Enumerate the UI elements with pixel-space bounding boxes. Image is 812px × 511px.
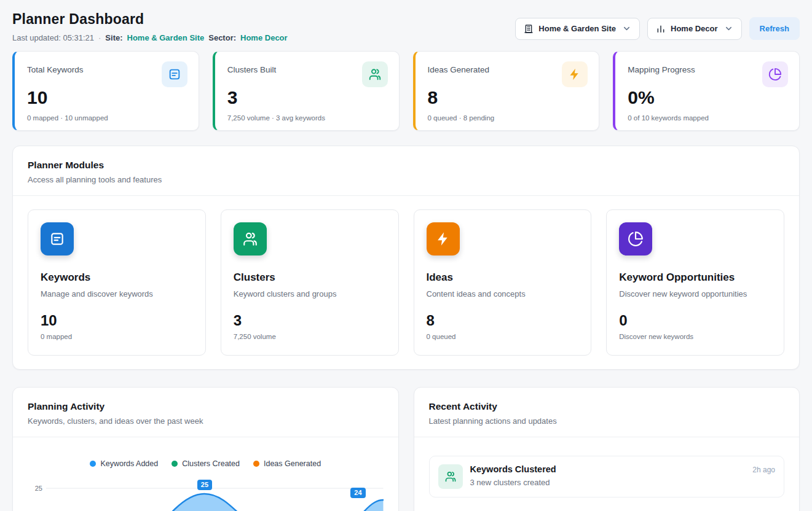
- module-card-clusters[interactable]: Clusters Keyword clusters and groups 3 7…: [221, 209, 399, 356]
- module-title: Keywords: [41, 271, 193, 284]
- chart-legend: Keywords Added Clusters Created Ideas Ge…: [28, 459, 384, 468]
- site-link[interactable]: Home & Garden Site: [127, 33, 205, 42]
- stat-subtext: 0 of 10 keywords mapped: [628, 114, 788, 122]
- module-card-keyword-opportunities[interactable]: Keyword Opportunities Discover new keywo…: [606, 209, 784, 356]
- stat-subtext: 0 queued · 8 pending: [428, 114, 588, 122]
- users-icon: [234, 222, 267, 256]
- y-axis-tick: 25: [28, 475, 46, 511]
- recent-activity-title: Recent Activity: [429, 401, 785, 412]
- chevron-down-icon: [622, 24, 631, 33]
- activity-item-timestamp: 2h ago: [752, 464, 775, 474]
- module-description: Content ideas and concepts: [427, 289, 579, 298]
- legend-item-clusters-created[interactable]: Clusters Created: [171, 459, 240, 468]
- legend-label: Clusters Created: [182, 459, 240, 468]
- module-title: Ideas: [427, 271, 579, 284]
- module-card-ideas[interactable]: Ideas Content ideas and concepts 8 0 que…: [414, 209, 592, 356]
- stat-card-clusters-built: Clusters Built 3 7,250 volume · 3 avg ke…: [213, 51, 400, 131]
- page-title: Planner Dashboard: [12, 11, 288, 28]
- module-value: 10: [41, 312, 193, 329]
- planning-activity-title: Planning Activity: [28, 401, 384, 412]
- activity-list-item: Keywords Clustered 3 new clusters create…: [429, 456, 785, 497]
- lightning-icon: [427, 222, 460, 256]
- module-subtext: 0 mapped: [41, 333, 193, 340]
- legend-item-keywords-added[interactable]: Keywords Added: [90, 459, 158, 468]
- module-subtext: 0 queued: [427, 333, 579, 340]
- users-icon: [438, 464, 463, 489]
- module-description: Manage and discover keywords: [41, 289, 193, 298]
- bar-chart-icon: [656, 24, 666, 34]
- document-lines-icon: [162, 61, 187, 87]
- modules-grid: Keywords Manage and discover keywords 10…: [28, 209, 784, 356]
- module-description: Keyword clusters and groups: [234, 289, 386, 298]
- legend-dot: [90, 461, 96, 467]
- stats-row: Total Keywords 10 0 mapped · 10 unmapped…: [12, 51, 800, 131]
- page-header: Planner Dashboard Last updated: 05:31:21…: [12, 11, 800, 42]
- module-title: Keyword Opportunities: [619, 271, 771, 284]
- chevron-down-icon: [724, 24, 733, 33]
- sector-link[interactable]: Home Decor: [240, 33, 288, 42]
- legend-item-ideas-generated[interactable]: Ideas Generated: [253, 459, 321, 468]
- activity-item-body: Keywords Clustered 3 new clusters create…: [470, 464, 746, 487]
- chart-plot-area: 25 24: [46, 475, 384, 511]
- stat-card-ideas-generated: Ideas Generated 8 0 queued · 8 pending: [413, 51, 600, 131]
- legend-label: Keywords Added: [100, 459, 158, 468]
- sector-selector-dropdown[interactable]: Home Decor: [647, 18, 742, 40]
- stat-label: Clusters Built: [227, 61, 277, 74]
- legend-dot: [253, 461, 259, 467]
- divider: [13, 437, 398, 437]
- legend-label: Ideas Generated: [264, 459, 321, 468]
- last-updated-text: Last updated: 05:31:21: [12, 33, 94, 42]
- stat-value: 8: [428, 87, 588, 107]
- stat-label: Mapping Progress: [628, 61, 695, 74]
- pie-chart-icon: [762, 61, 788, 87]
- document-lines-icon: [41, 222, 74, 256]
- stat-card-mapping-progress: Mapping Progress 0% 0 of 10 keywords map…: [613, 51, 800, 131]
- area-chart: 25 25 24: [28, 475, 384, 511]
- module-description: Discover new keyword opportunities: [619, 289, 771, 298]
- module-card-keywords[interactable]: Keywords Manage and discover keywords 10…: [28, 209, 206, 356]
- stat-value: 10: [27, 87, 187, 107]
- site-label: Site:: [105, 33, 122, 42]
- data-point-label: 25: [197, 480, 212, 490]
- refresh-button[interactable]: Refresh: [749, 17, 800, 40]
- planner-modules-panel: Planner Modules Access all planning tool…: [12, 146, 800, 370]
- page-meta: Last updated: 05:31:21 · Site: Home & Ga…: [12, 33, 288, 42]
- module-value: 8: [427, 312, 579, 329]
- legend-dot: [171, 461, 178, 467]
- recent-activity-subtitle: Latest planning actions and updates: [429, 416, 785, 426]
- lightning-icon: [562, 61, 588, 87]
- module-value: 0: [619, 312, 771, 329]
- area-chart-svg: [46, 475, 384, 511]
- stat-value: 0%: [628, 87, 788, 107]
- pie-chart-icon: [619, 222, 652, 256]
- modules-subtitle: Access all planning tools and features: [28, 175, 784, 184]
- site-selector-label: Home & Garden Site: [538, 24, 616, 33]
- stat-label: Total Keywords: [27, 61, 84, 74]
- divider: [13, 195, 799, 196]
- stat-subtext: 7,250 volume · 3 avg keywords: [227, 114, 388, 122]
- sector-selector-label: Home Decor: [671, 24, 718, 33]
- stat-subtext: 0 mapped · 10 unmapped: [27, 114, 187, 122]
- planning-activity-subtitle: Keywords, clusters, and ideas over the p…: [28, 416, 384, 426]
- stat-value: 3: [227, 87, 388, 107]
- planning-activity-panel: Planning Activity Keywords, clusters, an…: [12, 387, 399, 511]
- header-controls: Home & Garden Site Home Decor Refresh: [515, 17, 800, 40]
- stat-card-total-keywords: Total Keywords 10 0 mapped · 10 unmapped: [12, 51, 199, 131]
- module-subtext: 7,250 volume: [234, 333, 386, 340]
- divider: [414, 437, 800, 437]
- module-title: Clusters: [234, 271, 386, 284]
- planner-dashboard-page: Planner Dashboard Last updated: 05:31:21…: [0, 0, 812, 511]
- activity-item-description: 3 new clusters created: [470, 478, 746, 487]
- bottom-row: Planning Activity Keywords, clusters, an…: [12, 387, 800, 511]
- header-left: Planner Dashboard Last updated: 05:31:21…: [12, 11, 288, 42]
- activity-item-title: Keywords Clustered: [470, 464, 746, 474]
- module-subtext: Discover new keywords: [619, 333, 771, 340]
- module-value: 3: [234, 312, 386, 329]
- modules-title: Planner Modules: [28, 160, 784, 171]
- sector-label: Sector:: [208, 33, 236, 42]
- building-icon: [524, 24, 534, 34]
- meta-separator: ·: [98, 33, 101, 42]
- recent-activity-panel: Recent Activity Latest planning actions …: [414, 387, 800, 511]
- data-point-label: 24: [350, 488, 365, 498]
- site-selector-dropdown[interactable]: Home & Garden Site: [515, 18, 640, 40]
